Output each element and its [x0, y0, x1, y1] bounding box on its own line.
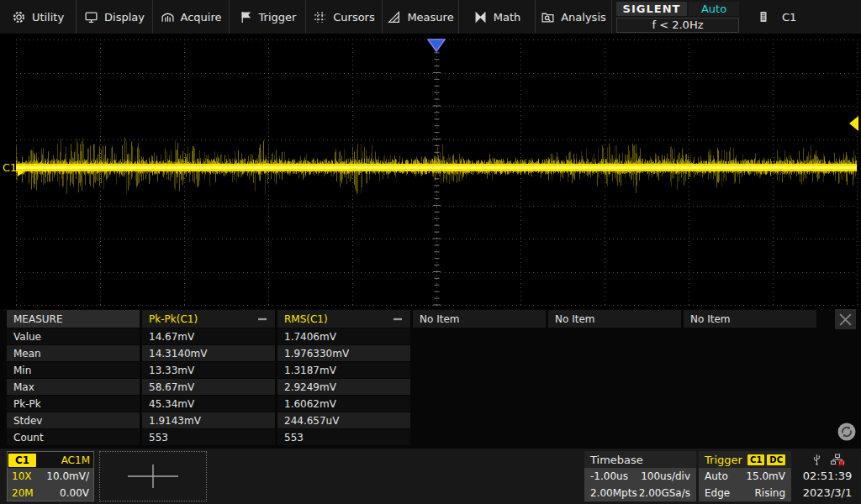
trigger-mode: Auto — [705, 470, 728, 482]
menu-label: Cursors — [333, 11, 375, 24]
pkpk-stdev: 1.9143mV — [142, 412, 275, 428]
flag-icon — [239, 10, 253, 24]
pkpk-min: 13.33mV — [142, 362, 275, 378]
measure-table: MEASURE Pk-Pk(C1) RMS(C1) No Item No Ite… — [7, 310, 816, 445]
measure-column-name: RMS(C1) — [284, 313, 328, 325]
row-label: Count — [7, 429, 140, 445]
cursors-icon — [313, 10, 327, 24]
reset-statistics-button[interactable] — [837, 422, 857, 445]
close-icon — [838, 312, 853, 327]
timebase-panel[interactable]: Timebase -1.00us 100us/div 2.00Mpts 2.00… — [584, 451, 696, 501]
rms-count: 553 — [277, 429, 410, 445]
menu-display[interactable]: Display — [77, 0, 153, 34]
table-row: Mean 14.3140mV 1.976330mV — [7, 345, 816, 361]
rms-pkpk: 1.6062mV — [277, 396, 410, 412]
pkpk-count: 553 — [142, 429, 275, 445]
rms-max: 2.9249mV — [277, 379, 410, 395]
usb-icon — [811, 453, 823, 467]
bandwidth-limit: 20M — [12, 487, 34, 499]
pkpk-max: 58.67mV — [142, 379, 275, 395]
menu-label: Display — [104, 11, 145, 24]
network-disconnected-icon — [830, 453, 845, 467]
row-label: Pk-Pk — [7, 396, 140, 412]
coupling-label: AC1M — [61, 454, 90, 466]
pkpk-value: 14.67mV — [142, 328, 275, 344]
measure-column-empty[interactable]: No Item — [548, 310, 681, 328]
memory-depth: 2.00Mpts — [590, 487, 637, 499]
row-label: Min — [7, 362, 140, 378]
remove-measurement-icon[interactable] — [256, 313, 268, 325]
waveform-display: C1 — [0, 34, 861, 309]
measure-column-rms[interactable]: RMS(C1) — [277, 310, 410, 328]
measure-column-empty[interactable]: No Item — [413, 310, 546, 328]
trigger-level-marker[interactable] — [848, 115, 859, 135]
menu-math[interactable]: Math — [459, 0, 536, 34]
sample-rate: 2.00GSa/s — [639, 487, 690, 499]
trigger-coupling-badge: DC — [767, 454, 785, 465]
measure-panel: MEASURE Pk-Pk(C1) RMS(C1) No Item No Ite… — [0, 309, 861, 449]
timebase-delay: -1.00us — [590, 470, 628, 482]
active-channel-cluster[interactable]: C1 — [757, 0, 796, 34]
timebase-title: Timebase — [584, 451, 696, 468]
system-date: 2023/3/1 — [797, 485, 858, 501]
table-row: Value 14.67mV 1.7406mV — [7, 328, 816, 344]
menu-label: Analysis — [561, 11, 606, 24]
channel-badge: C1 — [8, 454, 36, 467]
volts-per-div: 10.0mV/ — [46, 470, 89, 482]
channel-offset: 0.00V — [60, 487, 89, 499]
analysis-folder-icon — [541, 10, 555, 24]
close-measure-button[interactable] — [835, 309, 856, 329]
top-menu-bar: Utility Display Acquire Trigger Cursors — [0, 0, 861, 34]
channel-1-panel[interactable]: C1 AC1M 10X 10.0mV/ 20M 0.00V — [7, 451, 94, 501]
rms-min: 1.3187mV — [277, 362, 410, 378]
menu-utility[interactable]: Utility — [0, 0, 77, 34]
channel-marker-arrow-icon — [18, 168, 24, 176]
menu-measure[interactable]: Measure — [383, 0, 459, 34]
trigger-level: 15.0mV — [746, 470, 785, 482]
row-label: Mean — [7, 345, 140, 361]
acquisition-status-badge[interactable]: Auto — [689, 2, 739, 16]
trigger-slope: Rising — [755, 487, 785, 499]
math-icon — [473, 10, 488, 24]
measure-column-name: Pk-Pk(C1) — [149, 313, 198, 325]
pkpk-pkpk: 45.34mV — [142, 396, 275, 412]
menu-acquire[interactable]: Acquire — [153, 0, 230, 34]
trigger-position-marker[interactable] — [427, 39, 446, 55]
measure-title: MEASURE — [7, 310, 140, 328]
table-row: Min 13.33mV 1.3187mV — [7, 362, 816, 378]
menu-trigger[interactable]: Trigger — [230, 0, 306, 34]
trigger-type: Edge — [705, 487, 730, 499]
brand-logo: SIGLENT — [616, 2, 687, 16]
measure-column-pkpk[interactable]: Pk-Pk(C1) — [142, 310, 275, 328]
trigger-frequency-readout: f < 2.0Hz — [616, 18, 739, 33]
table-row: Count 553 553 — [7, 429, 816, 445]
active-channel-label: C1 — [782, 11, 796, 24]
trigger-title: Trigger — [705, 454, 742, 466]
trigger-panel[interactable]: Trigger C1 DC Auto 15.0mV Edge Rising — [699, 451, 791, 501]
system-status-cluster: 02:51:39 2023/3/1 — [797, 451, 858, 501]
channel-position-marker[interactable]: C1 — [3, 162, 24, 176]
menu-label: Measure — [407, 11, 453, 24]
menu-label: Utility — [32, 11, 64, 24]
system-time: 02:51:39 — [797, 468, 858, 485]
monitor-icon — [84, 10, 98, 24]
row-label: Value — [7, 328, 140, 344]
menu-cursors[interactable]: Cursors — [306, 0, 383, 34]
measure-column-empty[interactable]: No Item — [684, 310, 816, 328]
trigger-source-badge: C1 — [747, 454, 764, 465]
waveform-canvas[interactable] — [0, 34, 861, 309]
refresh-icon — [837, 422, 857, 442]
add-channel-button[interactable] — [99, 451, 207, 501]
table-row: Stdev 1.9143mV 244.657uV — [7, 412, 816, 428]
remove-measurement-icon[interactable] — [392, 313, 404, 325]
measure-table-header: MEASURE Pk-Pk(C1) RMS(C1) No Item No Ite… — [7, 310, 816, 328]
ruler-triangle-icon — [387, 10, 401, 24]
menu-analysis[interactable]: Analysis — [536, 0, 612, 34]
menu-label: Trigger — [259, 11, 297, 24]
menu-label: Acquire — [181, 11, 222, 24]
probe-attenuation: 10X — [12, 470, 32, 482]
plus-icon — [126, 463, 180, 490]
channel-marker-label: C1 — [3, 162, 17, 174]
rms-mean: 1.976330mV — [277, 345, 410, 361]
oscilloscope-screen: Utility Display Acquire Trigger Cursors — [0, 0, 861, 504]
